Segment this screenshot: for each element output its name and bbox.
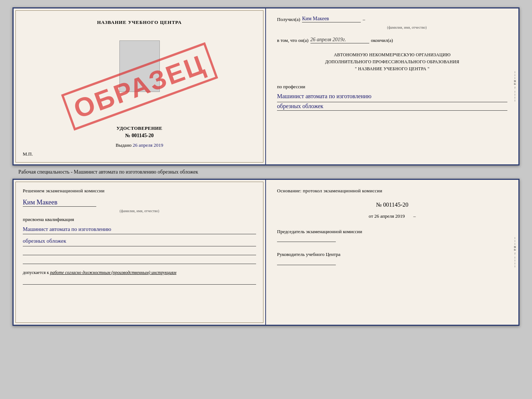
profession-label: по профессии <box>277 84 507 90</box>
recipient-row: Получил(а) Ким Макеев – <box>277 16 507 22</box>
cert-right-panel: Получил(а) Ким Макеев – (фамилия, имя, о… <box>266 8 518 164</box>
received-label: Получил(а) <box>277 17 300 22</box>
org-line3: " НАЗВАНИЕ УЧЕБНОГО ЦЕНТРА " <box>277 65 507 72</box>
rukovoditel-sign-line <box>277 265 336 265</box>
assigned-label: присвоена квалификация <box>23 217 256 222</box>
mp-label: М.П. <box>23 151 33 157</box>
info-caption: Рабочая специальность - Машинист автомат… <box>7 169 198 175</box>
rukovoditel-block: Руководитель учебного Центра <box>277 251 507 265</box>
completion-date: 26 апреля 2019г. <box>310 37 369 43</box>
completion-row: в том, что он(а) 26 апреля 2019г. окончи… <box>277 37 507 43</box>
cert-doc-type: УДОСТОВЕРЕНИЕ <box>116 125 162 131</box>
blank-line-1 <box>23 251 256 255</box>
bottom-left-panel: Решением экзаменационной комиссии Ким Ма… <box>14 180 266 325</box>
chairman-sign-line <box>277 242 336 242</box>
bottom-right-side-marks: – – – и а ← – – – – <box>512 180 518 325</box>
photo-area <box>119 40 160 92</box>
date-prefix: от <box>369 213 373 219</box>
chairman-label: Председатель экзаменационной комиссии <box>277 228 507 235</box>
допускается-value: работе согласно должностным (производств… <box>50 270 176 275</box>
org-line1: АВТОНОМНУЮ НЕКОММЕРЧЕСКУЮ ОРГАНИЗАЦИЮ <box>277 51 507 58</box>
допускается-label: допускается к <box>23 270 49 275</box>
bottom-right-panel: Основание: протокол экзаменационной коми… <box>266 180 518 325</box>
bottom-name-sub: (фамилия, имя, отчество) <box>23 209 256 213</box>
cert-left-panel: НАЗВАНИЕ УЧЕБНОГО ЦЕНТРА УДОСТОВЕРЕНИЕ №… <box>14 8 266 164</box>
profession-value-line2: обрезных обложек <box>277 103 507 111</box>
osnov-text: Основание: протокол экзаменационной коми… <box>277 187 507 195</box>
org-line2: ДОПОЛНИТЕЛЬНОГО ПРОФЕССИОНАЛЬНОГО ОБРАЗО… <box>277 58 507 65</box>
cert-number: № 001145-20 <box>116 133 162 139</box>
issued-date: 26 апреля 2019 <box>133 142 163 148</box>
bottom-certificate-spread: Решением экзаменационной комиссии Ким Ма… <box>12 179 520 326</box>
blank-line-2 <box>23 260 256 264</box>
protocol-date-value: 26 апреля 2019 <box>374 213 405 219</box>
blank-line-3 <box>23 280 256 285</box>
document-container: НАЗВАНИЕ УЧЕБНОГО ЦЕНТРА УДОСТОВЕРЕНИЕ №… <box>7 7 525 326</box>
recipient-name: Ким Макеев <box>302 16 361 22</box>
name-sub: (фамилия, имя, отчество) <box>306 25 507 29</box>
in-that-label: в том, что он(а) <box>277 38 309 43</box>
bottom-name: Ким Макеев <box>23 199 96 207</box>
org-block: АВТОНОМНУЮ НЕКОММЕРЧЕСКУЮ ОРГАНИЗАЦИЮ ДО… <box>277 51 507 73</box>
rukovoditel-label: Руководитель учебного Центра <box>277 251 507 258</box>
profession-value-line1: Машинист автомата по изготовлению <box>277 91 507 102</box>
qualification-line1: Машинист автомата по изготовлению <box>23 225 256 235</box>
top-certificate-spread: НАЗВАНИЕ УЧЕБНОГО ЦЕНТРА УДОСТОВЕРЕНИЕ №… <box>12 7 520 165</box>
cert-school-title: НАЗВАНИЕ УЧЕБНОГО ЦЕНТРА <box>97 19 182 25</box>
cert-issued: Выдано 26 апреля 2019 <box>116 142 163 148</box>
допускается-row: допускается к работе согласно должностны… <box>23 269 256 276</box>
protocol-number: № 001145-20 <box>277 202 507 208</box>
chairman-block: Председатель экзаменационной комиссии <box>277 228 507 242</box>
protocol-date: от 26 апреля 2019 – <box>277 213 507 219</box>
issued-label: Выдано <box>116 142 132 148</box>
decision-text: Решением экзаменационной комиссии <box>23 187 256 195</box>
qualification-line2: обрезных обложек <box>23 236 256 246</box>
finished-label: окончил(а) <box>371 38 393 43</box>
right-side-marks: – – – и а ← – – – – <box>512 8 518 164</box>
